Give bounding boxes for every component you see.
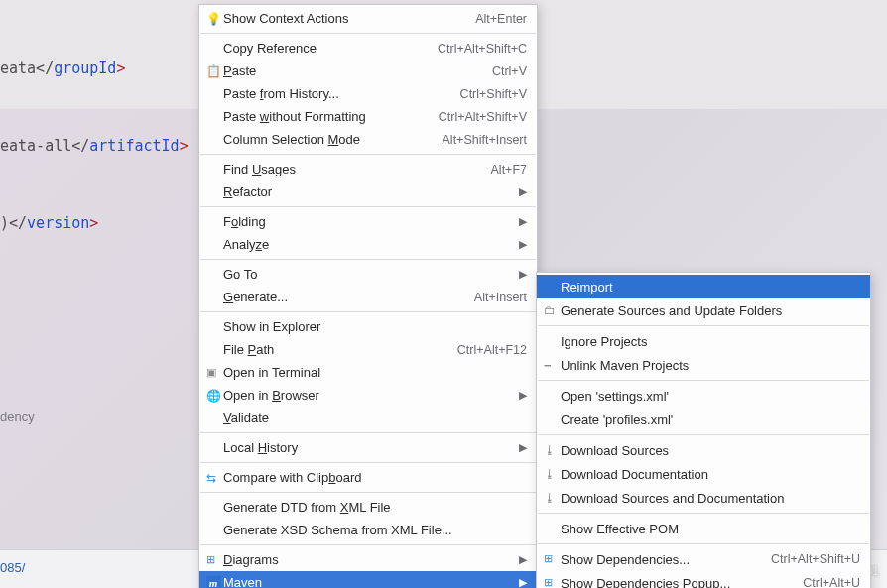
menu-maven[interactable]: m Maven ▶ — [199, 571, 537, 588]
menu-local-history[interactable]: Local History ▶ — [199, 436, 537, 459]
submenu-create-profiles[interactable]: Create 'profiles.xml' — [537, 408, 870, 431]
globe-icon: 🌐 — [206, 389, 220, 403]
submenu-download-sources[interactable]: ⭳ Download Sources — [537, 438, 870, 462]
menu-copy-reference[interactable]: Copy Reference Ctrl+Alt+Shift+C — [199, 37, 537, 59]
tree-icon: ⊞ — [544, 552, 558, 566]
menu-gen-dtd[interactable]: Generate DTD from XML File — [199, 496, 537, 519]
menu-paste-no-format[interactable]: Paste without Formatting Ctrl+Alt+Shift+… — [199, 105, 537, 128]
menu-folding[interactable]: Folding ▶ — [199, 210, 537, 233]
menu-column-select[interactable]: Column Selection Mode Alt+Shift+Insert — [199, 128, 537, 151]
submenu-show-deps-popup[interactable]: ⊞ Show Dependencies Popup... Ctrl+Alt+U — [537, 571, 870, 588]
diagram-icon: ⊞ — [206, 553, 220, 567]
submenu-generate-sources[interactable]: 🗀 Generate Sources and Update Folders — [537, 298, 870, 322]
menu-find-usages[interactable]: Find Usages Alt+F7 — [199, 158, 537, 180]
menu-generate[interactable]: Generate... Alt+Insert — [199, 286, 537, 308]
submenu-show-effective-pom[interactable]: Show Effective POM — [537, 517, 870, 540]
bg-text-port: 085/ — [0, 560, 25, 575]
chevron-right-icon: ▶ — [519, 238, 527, 251]
tree-icon: ⊞ — [544, 576, 558, 588]
chevron-right-icon: ▶ — [519, 268, 527, 281]
menu-gen-xsd[interactable]: Generate XSD Schema from XML File... — [199, 519, 537, 541]
menu-file-path[interactable]: File Path Ctrl+Alt+F12 — [199, 338, 537, 361]
menu-paste-history[interactable]: Paste from History... Ctrl+Shift+V — [199, 82, 537, 105]
compare-icon: ⇆ — [206, 471, 220, 485]
maven-icon: m — [206, 576, 221, 589]
submenu-reimport[interactable]: Reimport — [537, 275, 870, 298]
menu-refactor[interactable]: Refactor ▶ — [199, 180, 537, 203]
menu-open-browser[interactable]: 🌐 Open in Browser ▶ — [199, 384, 537, 407]
bg-text-dency: dency — [0, 410, 35, 424]
folder-icon: 🗀 — [544, 303, 558, 317]
submenu-download-both[interactable]: ⭳ Download Sources and Documentation — [537, 486, 870, 510]
submenu-open-settings[interactable]: Open 'settings.xml' — [537, 384, 870, 408]
bulb-icon: 💡 — [206, 12, 220, 26]
submenu-unlink[interactable]: − Unlink Maven Projects — [537, 353, 870, 377]
menu-goto[interactable]: Go To ▶ — [199, 263, 537, 286]
maven-submenu: Reimport 🗀 Generate Sources and Update F… — [536, 272, 871, 588]
menu-show-context-actions[interactable]: 💡 Show Context Actions Alt+Enter — [199, 7, 537, 30]
submenu-ignore-projects[interactable]: Ignore Projects — [537, 329, 870, 353]
submenu-show-deps[interactable]: ⊞ Show Dependencies... Ctrl+Alt+Shift+U — [537, 547, 870, 571]
chevron-right-icon: ▶ — [519, 215, 527, 228]
chevron-right-icon: ▶ — [519, 441, 527, 454]
chevron-right-icon: ▶ — [519, 185, 527, 198]
menu-open-terminal[interactable]: ▣ Open in Terminal — [199, 361, 537, 384]
download-icon: ⭳ — [544, 491, 558, 505]
download-icon: ⭳ — [544, 467, 558, 481]
chevron-right-icon: ▶ — [519, 389, 527, 402]
menu-analyze[interactable]: Analyze ▶ — [199, 233, 537, 256]
menu-paste[interactable]: 📋 Paste Ctrl+V — [199, 59, 537, 82]
context-menu: 💡 Show Context Actions Alt+Enter Copy Re… — [198, 4, 538, 588]
submenu-download-doc[interactable]: ⭳ Download Documentation — [537, 462, 870, 486]
chevron-right-icon: ▶ — [519, 553, 527, 566]
chevron-right-icon: ▶ — [519, 576, 527, 588]
menu-validate[interactable]: Validate — [199, 407, 537, 429]
menu-compare-clipboard[interactable]: ⇆ Compare with Clipboard — [199, 466, 537, 489]
menu-diagrams[interactable]: ⊞ Diagrams ▶ — [199, 548, 537, 571]
minus-icon: − — [544, 358, 558, 372]
clipboard-icon: 📋 — [206, 64, 220, 78]
menu-show-explorer[interactable]: Show in Explorer — [199, 315, 537, 338]
terminal-icon: ▣ — [206, 366, 220, 380]
download-icon: ⭳ — [544, 443, 558, 457]
